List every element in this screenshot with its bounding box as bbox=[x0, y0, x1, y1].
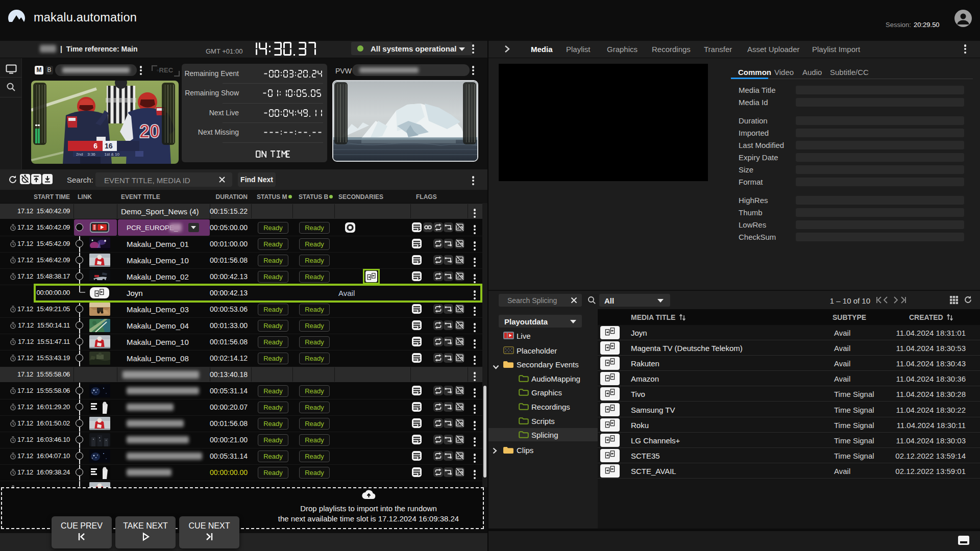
svg-text:16: 16 bbox=[105, 142, 113, 150]
svg-text:2nd 3:36 1st & 10: 2nd 3:36 1st & 10 bbox=[76, 152, 119, 157]
svg-text:6: 6 bbox=[93, 142, 97, 150]
svg-text:20: 20 bbox=[139, 121, 160, 142]
